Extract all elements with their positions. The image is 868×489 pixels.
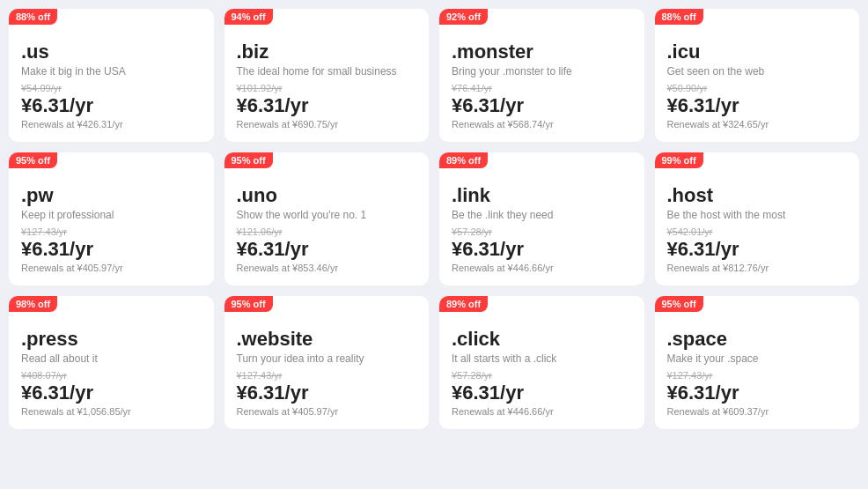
sale-price: ¥6.31/yr (667, 94, 848, 117)
discount-badge: 99% off (655, 152, 703, 168)
renewal-price: Renewals at ¥853.46/yr (237, 263, 417, 273)
sale-price: ¥6.31/yr (667, 238, 848, 261)
domain-name: .monster (452, 41, 632, 63)
discount-badge: 95% off (9, 152, 57, 168)
original-price: ¥127.43/yr (237, 370, 417, 381)
original-price: ¥54.09/yr (21, 83, 202, 93)
domain-tagline: Keep it professional (21, 209, 202, 221)
discount-badge: 89% off (439, 296, 488, 312)
original-price: ¥127.43/yr (667, 370, 848, 381)
domain-card[interactable]: 92% off .monster Bring your .monster to … (439, 9, 644, 142)
domain-name: .biz (237, 41, 417, 63)
sale-price: ¥6.31/yr (452, 382, 632, 404)
domain-grid: 88% off .us Make it big in the USA ¥54.0… (9, 9, 859, 429)
domain-card[interactable]: 95% off .website Turn your idea into a r… (224, 296, 430, 429)
original-price: ¥121.06/yr (237, 226, 417, 237)
domain-card[interactable]: 89% off .click It all starts with a .cli… (439, 296, 644, 429)
domain-card[interactable]: 95% off .space Make it your .space ¥127.… (655, 296, 860, 429)
renewal-price: Renewals at ¥426.31/yr (21, 119, 202, 130)
original-price: ¥101.92/yr (237, 83, 417, 93)
discount-badge: 88% off (9, 9, 57, 25)
domain-name: .host (667, 184, 848, 207)
domain-card[interactable]: 98% off .press Read all about it ¥408.07… (9, 296, 214, 429)
sale-price: ¥6.31/yr (452, 238, 632, 261)
sale-price: ¥6.31/yr (21, 238, 202, 261)
discount-badge: 88% off (655, 9, 703, 25)
domain-name: .uno (237, 184, 417, 207)
domain-name: .us (21, 41, 202, 63)
original-price: ¥542.01/yr (667, 226, 848, 237)
domain-card[interactable]: 94% off .biz The ideal home for small bu… (224, 9, 430, 142)
domain-tagline: Show the world you're no. 1 (237, 209, 417, 221)
domain-tagline: Turn your idea into a reality (237, 352, 417, 365)
renewal-price: Renewals at ¥446.66/yr (452, 263, 632, 273)
original-price: ¥57.28/yr (452, 226, 632, 237)
sale-price: ¥6.31/yr (237, 382, 417, 404)
domain-card[interactable]: 89% off .link Be the .link they need ¥57… (439, 152, 644, 285)
renewal-price: Renewals at ¥1,056.85/yr (21, 406, 202, 417)
domain-tagline: Make it big in the USA (21, 65, 202, 78)
domain-tagline: Get seen on the web (667, 65, 848, 78)
domain-name: .icu (667, 41, 848, 63)
sale-price: ¥6.31/yr (667, 382, 848, 404)
domain-name: .link (452, 184, 632, 207)
renewal-price: Renewals at ¥405.97/yr (237, 406, 417, 417)
sale-price: ¥6.31/yr (237, 238, 417, 261)
domain-card[interactable]: 88% off .us Make it big in the USA ¥54.0… (9, 9, 214, 142)
domain-name: .press (21, 328, 202, 351)
renewal-price: Renewals at ¥405.97/yr (21, 263, 202, 273)
domain-name: .website (237, 328, 417, 351)
discount-badge: 98% off (9, 296, 57, 312)
domain-tagline: Bring your .monster to life (452, 65, 632, 78)
domain-tagline: The ideal home for small business (237, 65, 417, 78)
renewal-price: Renewals at ¥324.65/yr (667, 119, 848, 130)
domain-card[interactable]: 95% off .pw Keep it professional ¥127.43… (9, 152, 214, 285)
discount-badge: 92% off (439, 9, 488, 25)
domain-tagline: Make it your .space (667, 352, 848, 365)
discount-badge: 89% off (439, 152, 488, 168)
discount-badge: 95% off (224, 296, 273, 312)
renewal-price: Renewals at ¥812.76/yr (667, 263, 848, 273)
domain-tagline: Be the host with the most (667, 209, 848, 221)
sale-price: ¥6.31/yr (452, 94, 632, 117)
renewal-price: Renewals at ¥446.66/yr (452, 406, 632, 417)
renewal-price: Renewals at ¥690.75/yr (237, 119, 417, 130)
original-price: ¥57.28/yr (452, 370, 632, 381)
domain-tagline: It all starts with a .click (452, 352, 632, 365)
sale-price: ¥6.31/yr (21, 94, 202, 117)
domain-card[interactable]: 88% off .icu Get seen on the web ¥50.90/… (655, 9, 860, 142)
original-price: ¥76.41/yr (452, 83, 632, 93)
renewal-price: Renewals at ¥568.74/yr (452, 119, 632, 130)
domain-card[interactable]: 99% off .host Be the host with the most … (655, 152, 860, 285)
discount-badge: 95% off (224, 152, 273, 168)
domain-name: .click (452, 328, 632, 351)
original-price: ¥408.07/yr (21, 370, 202, 381)
domain-tagline: Read all about it (21, 352, 202, 365)
discount-badge: 94% off (224, 9, 273, 25)
domain-tagline: Be the .link they need (452, 209, 632, 221)
sale-price: ¥6.31/yr (21, 382, 202, 404)
original-price: ¥127.43/yr (21, 226, 202, 237)
domain-card[interactable]: 95% off .uno Show the world you're no. 1… (224, 152, 430, 285)
original-price: ¥50.90/yr (667, 83, 848, 93)
domain-name: .space (667, 328, 848, 351)
domain-name: .pw (21, 184, 202, 207)
renewal-price: Renewals at ¥609.37/yr (667, 406, 848, 417)
discount-badge: 95% off (655, 296, 703, 312)
sale-price: ¥6.31/yr (237, 94, 417, 117)
